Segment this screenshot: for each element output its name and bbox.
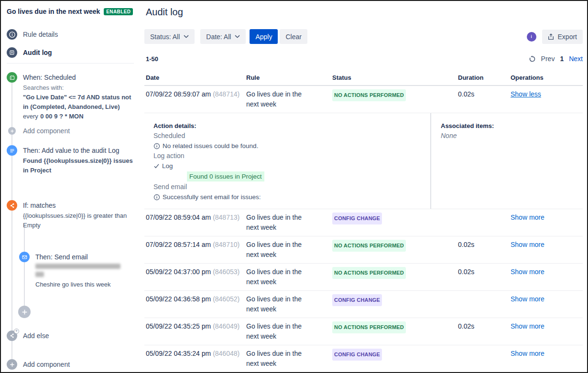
redacted-email-line-1 (35, 264, 120, 269)
duration-cell: 0.02s (458, 89, 511, 109)
show-toggle-link[interactable]: Show more (511, 268, 544, 276)
add-component-button-bottom[interactable]: Add component (7, 359, 70, 370)
next-page-link[interactable]: Next (569, 55, 583, 63)
audit-log-label: Audit log (23, 49, 52, 56)
plus-icon (7, 359, 17, 370)
apply-button[interactable]: Apply (250, 29, 278, 44)
status-cell: CONFIG CHANGE (332, 213, 458, 233)
if-detail: {{lookupIssues.size|0}} is greater than … (23, 211, 134, 230)
operations-cell: Show less (511, 89, 583, 109)
show-toggle-link[interactable]: Show more (511, 241, 544, 248)
add-else-button[interactable]: + Add else (7, 330, 49, 341)
plus-badge-icon: + (14, 329, 19, 334)
status-badge: NO ACTIONS PERFORMED (332, 267, 406, 279)
date-cell: 05/09/22 04:35:25 pm (846049) (146, 321, 246, 341)
when-subtitle: Searches with: (23, 83, 134, 93)
range-and-pager-row: 1-50 Prev 1 Next (144, 55, 583, 63)
branch-connector-line (24, 224, 25, 312)
add-branch-action-button[interactable] (18, 306, 31, 318)
info-outline-icon (153, 143, 160, 149)
show-toggle-link[interactable]: Show more (511, 295, 544, 303)
rule-sidebar: Go lives due in the next week ENABLED Ru… (1, 1, 144, 372)
status-badge: NO ACTIONS PERFORMED (332, 321, 406, 333)
add-component-button-top[interactable]: Add component (8, 127, 70, 135)
pagination: Prev 1 Next (529, 55, 583, 63)
row-id: (846052) (213, 295, 240, 303)
table-row: 07/09/22 08:59:07 am (848714) Go lives d… (144, 86, 583, 113)
status-cell: CONFIG CHANGE (332, 294, 458, 314)
row-id: (848713) (213, 213, 240, 221)
sidebar-item-audit-log[interactable]: Audit log (7, 47, 52, 58)
prev-page-link[interactable]: Prev (541, 55, 555, 63)
status-badge: NO ACTIONS PERFORMED (332, 240, 406, 252)
date-filter-dropdown[interactable]: Date: All (200, 29, 246, 44)
date-cell: 05/09/22 04:35:24 pm (846048) (146, 349, 246, 369)
audit-log-main: Audit log Status: All Date: All Apply Cl… (144, 1, 583, 372)
row-date: 07/09/22 08:59:04 am (146, 213, 211, 221)
associated-items-section: Associated items: None (431, 113, 494, 209)
plus-icon (8, 127, 16, 135)
refresh-icon[interactable] (529, 55, 536, 63)
operations-cell: Show more (511, 240, 583, 260)
then-log-detail: Found {{lookupIssues.size|0}} issues in … (23, 156, 136, 175)
show-toggle-link[interactable]: Show more (511, 322, 544, 330)
add-else-icon: + (7, 330, 17, 341)
column-header-date: Date (146, 74, 246, 81)
rule-cell: Go lives due in the next week (246, 213, 332, 233)
when-cron: every 0 00 9 ? * MON (23, 112, 134, 121)
send-email-step-label: Send email (153, 182, 430, 192)
when-query: "Go Live Date" <= 7d AND status not in (… (23, 93, 134, 112)
status-filter-dropdown[interactable]: Status: All (144, 29, 195, 44)
export-button[interactable]: Export (542, 30, 583, 44)
rule-cell: Go lives due in the next week (246, 89, 332, 109)
operations-cell: Show more (511, 349, 583, 369)
chain-item-then-log[interactable]: Then: Add value to the audit Log Found {… (23, 147, 136, 175)
current-page-number: 1 (560, 55, 564, 63)
chain-item-then-send-email[interactable]: Then: Send email Cheshire go lives this … (35, 253, 131, 289)
enabled-badge: ENABLED (104, 8, 133, 15)
operations-cell: Show more (511, 321, 583, 341)
audit-log-table: Date Rule Status Duration Operations 07/… (144, 74, 583, 373)
info-outline-icon (153, 194, 160, 201)
log-message-highlight: Found 0 issues in Project (187, 171, 264, 181)
show-toggle-link[interactable]: Show more (511, 213, 544, 221)
audit-log-icon (7, 47, 17, 58)
rule-header: Go lives due in the next week ENABLED (7, 8, 139, 15)
operations-cell: Show more (511, 213, 583, 233)
status-cell: NO ACTIONS PERFORMED (332, 240, 458, 260)
column-header-operations: Operations (511, 74, 583, 81)
row-date: 05/09/22 04:35:24 pm (146, 350, 211, 357)
table-row: 07/09/22 08:57:14 am (848710) Go lives d… (144, 236, 583, 264)
duration-cell (458, 349, 511, 369)
range-label: 1-50 (146, 55, 158, 63)
expanded-row-details: Action details: Scheduled No related iss… (144, 113, 583, 209)
chain-item-if-matches[interactable]: If: matches {{lookupIssues.size|0}} is g… (23, 202, 134, 230)
send-email-title: Then: Send email (35, 253, 131, 261)
row-date: 05/09/22 04:36:58 pm (146, 295, 211, 303)
table-header: Date Rule Status Duration Operations (144, 74, 583, 86)
clear-button[interactable]: Clear (280, 29, 307, 44)
rule-cell: Go lives due in the next week (246, 294, 332, 314)
info-icon[interactable] (527, 32, 536, 42)
scheduled-step-label: Scheduled (153, 131, 430, 141)
duration-cell: 0.02s (458, 321, 511, 341)
show-toggle-link[interactable]: Show less (511, 90, 541, 98)
rule-cell: Go lives due in the next week (246, 321, 332, 341)
chain-item-when-scheduled[interactable]: When: Scheduled Searches with: "Go Live … (23, 74, 134, 121)
show-toggle-link[interactable]: Show more (511, 350, 544, 357)
automation-rule-screen: Go lives due in the next week ENABLED Ru… (0, 0, 588, 373)
scheduled-info-text: No related issues could be found. (163, 141, 258, 151)
row-date: 07/09/22 08:59:07 am (146, 90, 211, 98)
column-header-status: Status (332, 74, 458, 81)
column-header-duration: Duration (458, 74, 511, 81)
row-date: 05/09/22 04:37:00 pm (146, 268, 211, 276)
send-email-info-text: Successfully sent email for issues: (163, 192, 261, 202)
log-check-line: Log (153, 161, 430, 171)
sidebar-item-rule-details[interactable]: Rule details (7, 29, 58, 40)
status-badge: CONFIG CHANGE (332, 213, 382, 224)
duration-cell: 0.02s (458, 240, 511, 260)
date-filter-label: Date: All (206, 33, 231, 41)
rule-cell: Go lives due in the next week (246, 349, 332, 369)
row-id: (848710) (213, 241, 240, 248)
duration-cell: 0.02s (458, 267, 511, 287)
